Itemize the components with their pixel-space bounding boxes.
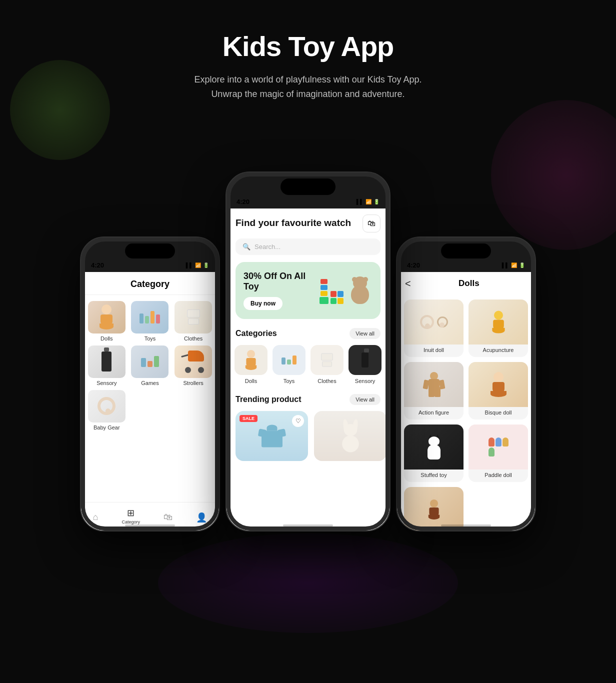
clothes-cat-img: [310, 345, 344, 375]
teether-art: [98, 397, 116, 415]
list-item[interactable]: Sensory: [87, 346, 126, 386]
mini-toys-art: [140, 311, 160, 324]
dynamic-island-left: [125, 244, 175, 258]
volume-up-btn: [80, 298, 80, 318]
block-art: [320, 279, 328, 284]
home-icon: ⌂: [93, 512, 98, 522]
wifi-center: 📶: [366, 199, 372, 204]
strollers-img: [174, 346, 212, 378]
pump-art: [102, 352, 112, 372]
categories-section-header: Categories View all: [226, 328, 390, 339]
nav-home[interactable]: ⌂: [93, 512, 98, 522]
left-bottom-nav: ⌂ ⊞ Category 🛍 👤: [81, 502, 219, 532]
right-screen: < Dolls Inuit doll: [397, 272, 535, 532]
categories-row: Dolls Toys: [226, 345, 390, 384]
list-item[interactable]: Strollers: [174, 346, 213, 386]
paddle-label: Paddle doll: [468, 470, 528, 482]
list-item[interactable]: [314, 411, 386, 461]
trending-view-all[interactable]: View all: [350, 394, 380, 405]
list-item[interactable]: Baby Gear: [87, 390, 126, 430]
page-header: Kids Toy App Explore into a world of pla…: [0, 0, 616, 122]
babygear-label: Baby Gear: [94, 424, 120, 430]
stuffed-label: Stuffed toy: [404, 470, 464, 482]
volume-down-btn: [80, 322, 80, 342]
doll-art: [96, 304, 116, 330]
cart-button[interactable]: 🛍: [362, 214, 380, 232]
list-item[interactable]: Acupuncture: [468, 300, 528, 357]
categories-view-all[interactable]: View all: [350, 328, 380, 339]
category-grid: Dolls Toys: [81, 295, 219, 436]
paddle-img: [468, 424, 528, 470]
left-phone: 4:20 ▌▌ 📶 🔋 Category: [80, 236, 220, 532]
acupuncture-img: [468, 300, 528, 344]
dolls-cat-label: Dolls: [245, 378, 257, 384]
heart-button[interactable]: ♡: [292, 415, 304, 427]
paddle-dolls-art: [488, 438, 508, 456]
time-left: 4:20: [91, 262, 104, 269]
list-item[interactable]: Stuffed toy: [404, 424, 464, 482]
categories-title: Categories: [236, 329, 277, 338]
signal-right: ▌▌: [502, 262, 509, 268]
swipe-bar-left: [125, 524, 175, 526]
nav-cart[interactable]: 🛍: [164, 512, 172, 522]
phones-container: 4:20 ▌▌ 📶 🔋 Category: [0, 132, 616, 562]
product-2-img: [314, 411, 386, 461]
list-item[interactable]: Toys: [274, 345, 304, 384]
clothes-img: [174, 301, 212, 334]
cat-toy-art: [424, 434, 444, 460]
bisque-img: [468, 362, 528, 407]
strollers-label: Strollers: [183, 380, 203, 386]
stroller-art: [181, 350, 206, 373]
nav-profile[interactable]: 👤: [196, 512, 207, 523]
toys-label: Toys: [144, 336, 156, 342]
power-btn: [220, 312, 220, 342]
page-subtitle: Explore into a world of playfulness with…: [10, 72, 606, 102]
pump-center: [362, 352, 368, 368]
doll-art-center: [243, 350, 259, 370]
buy-now-button[interactable]: Buy now: [244, 297, 282, 310]
shirt-art: [258, 424, 286, 447]
action-label: Action figure: [404, 407, 464, 420]
back-button[interactable]: <: [405, 278, 411, 290]
list-item[interactable]: Inuit doll: [404, 300, 464, 357]
stuffed-img: [404, 424, 464, 470]
power-right: [536, 312, 536, 342]
signal-icon: ▌▌: [186, 262, 193, 268]
toys-img: [131, 301, 168, 334]
bisque-label: Bisque doll: [468, 407, 528, 420]
toys-cat-img: [272, 345, 306, 375]
swipe-bar-center: [283, 524, 333, 526]
status-icons-right: ▌▌ 📶 🔋: [502, 262, 525, 268]
list-item[interactable]: Clothes: [312, 345, 342, 384]
list-item[interactable]: Paddle doll: [468, 424, 528, 482]
list-item[interactable]: Bisque doll: [468, 362, 528, 420]
list-item[interactable]: Toys: [130, 301, 170, 342]
page-title: Kids Toy App: [10, 30, 606, 62]
battery-icon: 🔋: [203, 262, 209, 268]
inuit-label: Inuit doll: [404, 344, 464, 357]
profile-icon: 👤: [196, 512, 207, 523]
list-item[interactable]: Action figure: [404, 362, 464, 420]
dolls-cat-img: [234, 345, 268, 375]
status-bar-right: 4:20 ▌▌ 📶 🔋: [397, 258, 535, 272]
active-indicator: [124, 526, 138, 528]
list-item[interactable]: SALE ♡: [236, 411, 308, 461]
list-item[interactable]: Sensory: [350, 345, 380, 384]
promo-banner[interactable]: 30% Off On All Toy Buy now: [236, 262, 380, 319]
list-item[interactable]: Clothes: [174, 301, 213, 342]
vol-up-right: [396, 298, 396, 318]
dolls-img: [88, 301, 126, 334]
list-item[interactable]: Dolls: [87, 301, 126, 342]
sale-badge: SALE: [240, 415, 258, 422]
wifi-icon: 📶: [195, 262, 201, 268]
status-icons-left: ▌▌ 📶 🔋: [186, 262, 209, 268]
search-bar[interactable]: 🔍 Search...: [236, 238, 380, 255]
dolls-header: < Dolls: [397, 272, 535, 296]
doll-dress: [100, 324, 114, 330]
category-nav-label: Category: [122, 520, 140, 524]
list-item[interactable]: Games: [130, 346, 170, 386]
acupuncture-label: Acupuncture: [468, 344, 528, 357]
sensory-cat-label: Sensory: [355, 378, 375, 384]
time-center: 4:20: [236, 198, 250, 206]
list-item[interactable]: Dolls: [236, 345, 266, 384]
